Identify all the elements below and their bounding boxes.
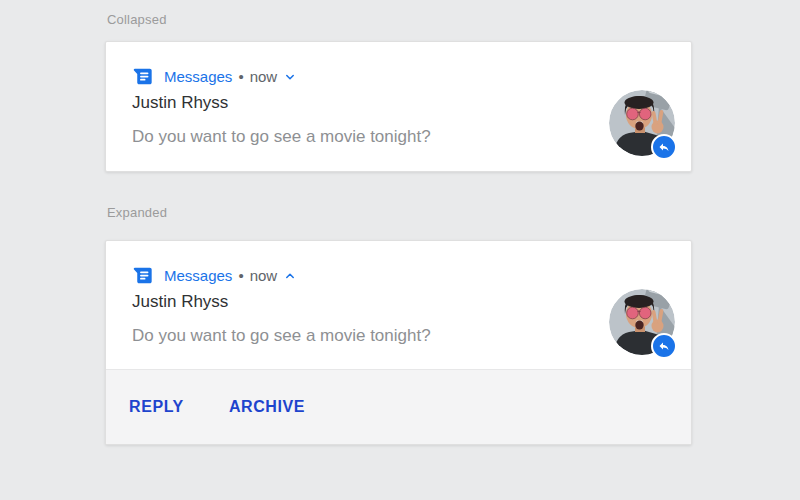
archive-button[interactable]: ARCHIVE: [229, 398, 305, 416]
notification-time: now: [250, 68, 278, 85]
section-label-collapsed: Collapsed: [107, 12, 167, 27]
messages-app-icon: [132, 265, 153, 286]
notification-actions-bar: REPLY ARCHIVE: [106, 369, 691, 444]
sender-name: Justin Rhyss: [132, 292, 228, 312]
sender-avatar: [609, 289, 675, 355]
notification-body: Messages • now Justin Rhyss Do you want …: [106, 241, 691, 370]
notification-header: Messages • now: [132, 65, 297, 87]
reply-badge[interactable]: [651, 134, 677, 160]
message-text: Do you want to go see a movie tonight?: [132, 127, 431, 147]
header-separator: •: [238, 68, 243, 85]
messages-app-icon: [132, 66, 153, 87]
header-separator: •: [238, 267, 243, 284]
sender-avatar: [609, 90, 675, 156]
notification-card-expanded[interactable]: Messages • now Justin Rhyss Do you want …: [105, 240, 692, 445]
app-name: Messages: [164, 267, 232, 284]
chevron-down-icon[interactable]: [283, 70, 297, 84]
section-label-expanded: Expanded: [107, 205, 167, 220]
sender-name: Justin Rhyss: [132, 93, 228, 113]
notification-header: Messages • now: [132, 264, 297, 286]
reply-badge[interactable]: [651, 333, 677, 359]
notification-time: now: [250, 267, 278, 284]
reply-icon: [658, 340, 670, 352]
message-text: Do you want to go see a movie tonight?: [132, 326, 431, 346]
page: Collapsed Messages • now: [0, 0, 800, 500]
reply-button[interactable]: REPLY: [129, 398, 184, 416]
chevron-up-icon[interactable]: [283, 269, 297, 283]
notification-body: Messages • now Justin Rhyss Do you want …: [106, 42, 691, 171]
reply-icon: [658, 141, 670, 153]
app-name: Messages: [164, 68, 232, 85]
notification-card-collapsed[interactable]: Messages • now Justin Rhyss Do you want …: [105, 41, 692, 172]
